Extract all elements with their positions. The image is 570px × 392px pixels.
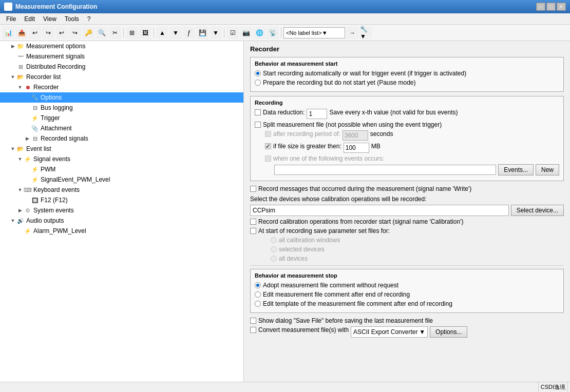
options-icon: 🔧 xyxy=(31,93,39,102)
record-messages-row: Record messages that occurred during the… xyxy=(250,185,564,192)
tree-item-signalevent-pwm-level[interactable]: ⚡ SignalEvent_PWM_Level xyxy=(0,174,243,185)
toolbar-btn-cam[interactable]: 📷 xyxy=(240,27,252,39)
toolbar-btn-up[interactable]: ▲ xyxy=(156,27,168,39)
toolbar-btn-down[interactable]: ▼ xyxy=(169,27,182,39)
toolbar-btn-save-arrow[interactable]: ▼ xyxy=(210,27,222,39)
tree-item-options[interactable]: 🔧 Options xyxy=(0,92,243,103)
menu-view[interactable]: View xyxy=(39,14,61,24)
toolbar-btn-1[interactable]: 📊 xyxy=(2,27,14,39)
close-button[interactable]: ✕ xyxy=(557,3,566,11)
radio-edit-comment[interactable] xyxy=(255,291,261,298)
tree-item-system-events[interactable]: ▶ ⚙ System events xyxy=(0,205,243,215)
toolbar-btn-net[interactable]: 🌐 xyxy=(253,27,265,39)
minimize-button[interactable]: ─ xyxy=(536,3,545,11)
chk-record-messages[interactable] xyxy=(250,186,256,192)
tree-item-trigger[interactable]: ⚡ Trigger xyxy=(0,113,243,123)
radio-selected-devices[interactable] xyxy=(271,246,277,252)
data-reduction-input[interactable] xyxy=(307,109,327,119)
tree-item-bus-logging[interactable]: ⊟ Bus logging xyxy=(0,103,243,113)
toolbar-btn-10[interactable]: ⊞ xyxy=(126,27,138,39)
tree-item-measurement-options[interactable]: ▶ 📁 Measurement options xyxy=(0,41,243,51)
toolbar-btn-9[interactable]: ✂ xyxy=(109,27,121,39)
chk-record-calibration[interactable] xyxy=(250,219,256,225)
toolbar-btn-8[interactable]: 🔍 xyxy=(96,27,108,39)
toolbar-btn-extra[interactable]: 🔧▼ xyxy=(359,27,372,39)
menu-tools[interactable]: Tools xyxy=(61,14,83,24)
pwm-icon: ⚡ xyxy=(31,165,39,173)
tree-item-recorder-list[interactable]: ▼ 📂 Recorder list xyxy=(0,72,243,82)
chk-split-file[interactable] xyxy=(255,122,261,128)
select-devices-section: Select the devices whose calibration ope… xyxy=(250,195,564,216)
chk-show-dialog[interactable] xyxy=(250,318,256,324)
radio-selected-devices-label: selected devices xyxy=(279,246,325,253)
chk-at-start-save[interactable] xyxy=(250,228,256,234)
radio-start-pause-row: Prepare the recording but do not start y… xyxy=(255,79,559,86)
tree-panel: ▶ 📁 Measurement options 〰 Measurement si… xyxy=(0,41,244,382)
toolbar-btn-3[interactable]: ↩ xyxy=(29,27,41,39)
radio-start-auto[interactable] xyxy=(255,70,261,76)
tree-item-measurement-signals[interactable]: 〰 Measurement signals xyxy=(0,51,243,62)
tree-item-attachment[interactable]: 📎 Attachment xyxy=(0,123,243,133)
chk-after-recording[interactable] xyxy=(265,131,271,137)
tree-item-distributed-recording[interactable]: ⊞ Distributed Recording xyxy=(0,62,243,72)
chk-when-event[interactable] xyxy=(265,155,271,162)
toolbar-btn-11[interactable]: 🖼 xyxy=(139,27,151,39)
radio-start-pause[interactable] xyxy=(255,80,261,86)
toolbar-btn-save[interactable]: 💾 xyxy=(196,27,208,39)
distributed-icon: ⊞ xyxy=(16,63,25,71)
radio-all-devices[interactable] xyxy=(271,256,277,262)
new-button[interactable]: New xyxy=(536,164,559,175)
label-list-dropdown[interactable]: <No label list> ▼ xyxy=(283,27,345,38)
toolbar-btn-4[interactable]: ↪ xyxy=(42,27,54,39)
chk-data-reduction[interactable] xyxy=(255,109,261,115)
tree-label: Recorder xyxy=(33,84,59,91)
folder-icon: 📁 xyxy=(16,42,25,50)
tree-item-alarm-pwm-level[interactable]: ⚡ Alarm_PWM_Level xyxy=(0,226,243,236)
chk-file-size[interactable]: ✓ xyxy=(265,143,271,149)
tree-item-recorder[interactable]: ▼ ⏺ Recorder xyxy=(0,82,243,92)
tree-item-keyboard-events[interactable]: ▼ ⌨ Keyboard events xyxy=(0,185,243,195)
alarm-icon: ⚡ xyxy=(24,227,32,235)
toolbar-btn-6[interactable]: ↪ xyxy=(69,27,81,39)
radio-edit-row: Edit measurement file comment after end … xyxy=(255,291,559,298)
status-left xyxy=(2,382,539,392)
split-sub-section: after recording period of: seconds ✓ if … xyxy=(265,130,559,175)
menu-help[interactable]: ? xyxy=(83,14,95,24)
toolbar-btn-netb[interactable]: 📡 xyxy=(267,27,279,39)
events-input-row: Events... New xyxy=(274,164,559,175)
convert-dropdown[interactable]: ASCII Export Converter ▼ xyxy=(351,326,428,338)
tree-label: Measurement options xyxy=(26,43,85,50)
expand-icon: ▼ xyxy=(16,186,24,193)
tree-item-event-list[interactable]: ▼ 📂 Event list xyxy=(0,144,243,154)
radio-adopt-comment[interactable] xyxy=(255,282,261,288)
file-size-input[interactable] xyxy=(344,143,369,153)
tree-item-signal-events[interactable]: ▼ ⚡ Signal events xyxy=(0,154,243,164)
events-text-input[interactable] xyxy=(274,165,496,175)
tree-item-audio-outputs[interactable]: ▼ 🔊 Audio outputs xyxy=(0,215,243,226)
file-size-row: ✓ if file size is greater then: MB xyxy=(265,143,559,153)
toolbar-btn-arrow-r[interactable]: → xyxy=(346,27,358,39)
tree-label: Trigger xyxy=(41,114,60,122)
tree-item-recorded-signals[interactable]: ▶ ⊟ Recorded signals xyxy=(0,133,243,144)
toolbar-btn-7[interactable]: 🔑 xyxy=(82,27,94,39)
events-button[interactable]: Events... xyxy=(498,164,534,175)
options-button[interactable]: Options... xyxy=(430,326,467,338)
tree-label: Measurement signals xyxy=(26,53,85,60)
after-recording-input[interactable] xyxy=(343,130,368,141)
chk-show-dialog-label: Show dialog "Save File" before saving th… xyxy=(258,317,433,324)
menu-edit[interactable]: Edit xyxy=(20,14,39,24)
radio-edit-template[interactable] xyxy=(255,301,261,307)
device-input[interactable] xyxy=(250,205,509,216)
tree-item-pwm[interactable]: ⚡ PWM xyxy=(0,164,243,174)
select-device-button[interactable]: Select device... xyxy=(511,205,564,216)
toolbar-btn-5[interactable]: ↩ xyxy=(55,27,68,39)
menu-file[interactable]: File xyxy=(2,14,20,24)
title-bar: ⚙ Measurement Configuration ─ □ ✕ xyxy=(0,0,570,13)
tree-item-f12[interactable]: 🔲 F12 (F12) xyxy=(0,195,243,205)
toolbar-btn-check[interactable]: ☑ xyxy=(226,27,239,39)
radio-all-calib[interactable] xyxy=(271,237,277,243)
toolbar-btn-2[interactable]: 📤 xyxy=(15,27,28,39)
maximize-button[interactable]: □ xyxy=(546,3,556,11)
toolbar-btn-func[interactable]: ƒ xyxy=(183,27,195,39)
chk-convert[interactable] xyxy=(250,327,256,333)
